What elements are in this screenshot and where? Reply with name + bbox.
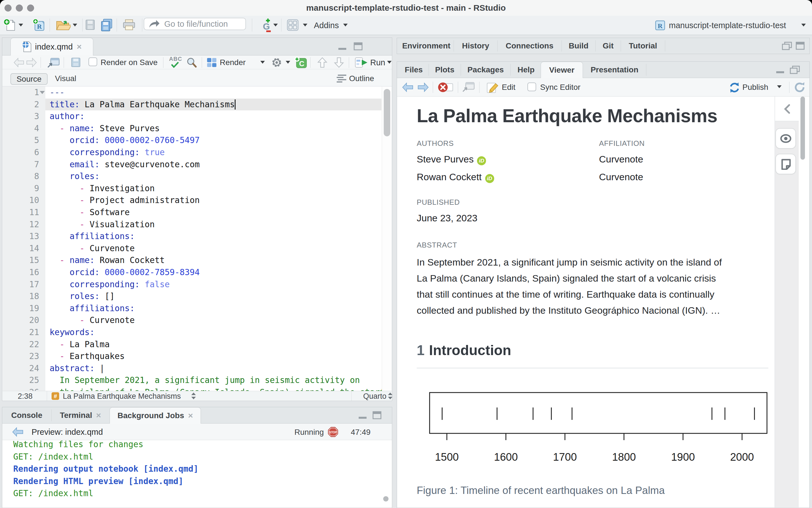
mode-selector-arrows-icon[interactable] <box>388 392 393 399</box>
annotations-button[interactable] <box>775 154 796 174</box>
close-tab-icon[interactable]: × <box>77 42 82 51</box>
run-previous-icon[interactable] <box>317 57 327 68</box>
tab-index-qmd[interactable]: index.qmd × <box>10 38 93 55</box>
maximize-pane-icon[interactable] <box>372 411 382 420</box>
tab-help[interactable]: Help <box>511 62 541 78</box>
code-line[interactable]: - Project administration <box>45 194 381 206</box>
gear-icon[interactable] <box>271 57 282 68</box>
publish-dropdown[interactable] <box>777 85 781 88</box>
print-icon[interactable] <box>123 19 135 31</box>
editor-scrollbar[interactable] <box>382 86 392 391</box>
viewer-scrollbar-thumb[interactable] <box>801 96 805 160</box>
addins-dropdown[interactable] <box>343 24 348 27</box>
maximize-pane-icon[interactable] <box>796 42 805 50</box>
back-icon[interactable] <box>402 83 414 92</box>
viewer-scrollbar[interactable] <box>799 96 809 507</box>
code-line[interactable]: affiliations: <box>45 302 381 314</box>
stop-job-icon[interactable]: STOP <box>328 427 338 437</box>
run-button[interactable]: Run <box>370 58 385 67</box>
sync-editor-checkbox[interactable] <box>527 83 536 91</box>
run-next-icon[interactable] <box>334 57 344 68</box>
back-icon[interactable] <box>13 58 25 67</box>
forward-icon[interactable] <box>417 83 429 92</box>
tab-connections[interactable]: Connections <box>497 38 562 54</box>
minimize-pane-icon[interactable] <box>338 42 348 51</box>
spellcheck-icon[interactable]: ABC <box>169 56 182 68</box>
code-line[interactable]: - name: Steve Purves <box>45 123 381 135</box>
source-mode-button[interactable]: Source <box>10 73 48 85</box>
panes-layout-dropdown[interactable] <box>303 24 308 27</box>
orcid-icon[interactable]: iD <box>485 174 494 183</box>
section-selector-arrows-icon[interactable] <box>191 392 196 399</box>
minimize-pane-icon[interactable] <box>358 411 368 420</box>
run-icon[interactable] <box>355 57 369 68</box>
code-line[interactable]: - La Palma <box>45 338 381 350</box>
tab-history[interactable]: History <box>454 38 497 54</box>
tab-environment[interactable]: Environment <box>399 38 454 54</box>
visual-mode-button[interactable]: Visual <box>55 74 76 83</box>
file-mode-selector[interactable]: Quarto <box>363 392 387 401</box>
project-menu-button[interactable]: manuscript-template-rstudio-test <box>669 21 786 30</box>
close-tab-icon[interactable]: × <box>188 411 193 420</box>
outline-button[interactable]: Outline <box>349 74 374 83</box>
version-control-icon[interactable]: G <box>260 18 273 32</box>
open-new-window-icon[interactable] <box>462 82 475 92</box>
tab-plots[interactable]: Plots <box>429 62 461 78</box>
tab-git[interactable]: Git <box>596 38 621 54</box>
new-file-icon[interactable] <box>3 18 16 32</box>
render-dropdown[interactable] <box>260 61 265 64</box>
back-icon[interactable] <box>12 427 24 437</box>
code-line[interactable]: - Earthquakes <box>45 350 381 363</box>
tab-tutorial[interactable]: Tutorial <box>621 38 665 54</box>
save-icon[interactable] <box>86 20 95 31</box>
publish-button[interactable]: Publish <box>742 83 768 92</box>
editor-scrollbar-thumb[interactable] <box>384 89 390 136</box>
code-line[interactable]: - Software <box>45 206 381 218</box>
fold-arrow-icon[interactable] <box>40 91 45 94</box>
project-dropdown[interactable] <box>801 24 806 27</box>
open-recent-dropdown[interactable] <box>73 24 77 27</box>
code-line[interactable]: keywords: <box>45 326 381 338</box>
code-line[interactable]: affiliations: <box>45 230 381 243</box>
addins-button[interactable]: Addins <box>314 21 339 30</box>
code-line[interactable]: orcid: 0000-0002-0760-5497 <box>45 134 381 146</box>
find-replace-icon[interactable] <box>186 57 197 68</box>
forward-icon[interactable] <box>26 58 37 67</box>
new-project-icon[interactable]: R <box>33 18 46 32</box>
new-file-dropdown[interactable] <box>18 24 23 27</box>
code-line[interactable]: corresponding: false <box>45 279 381 291</box>
goto-file-function-input[interactable]: Go to file/function <box>144 18 246 30</box>
code-line[interactable]: the island of La Palma (Canary Islands, … <box>45 386 381 391</box>
open-file-icon[interactable] <box>55 18 71 32</box>
minimize-pane-icon[interactable] <box>776 66 785 74</box>
refresh-icon[interactable] <box>794 81 806 93</box>
gear-dropdown[interactable] <box>286 61 290 64</box>
tab-console[interactable]: Console <box>2 407 51 424</box>
code-line[interactable]: --- <box>45 86 381 98</box>
code-line[interactable]: title: La Palma Earthquake Mechanisms <box>45 98 381 111</box>
code-line[interactable]: - Investigation <box>45 182 381 195</box>
code-line[interactable]: corresponding: true <box>45 146 381 159</box>
code-line[interactable]: roles: <box>45 170 381 182</box>
console-scrollbar-thumb[interactable] <box>383 496 389 502</box>
restore-pane-icon[interactable] <box>782 42 791 50</box>
code-line[interactable]: email: steve@curvenote.com <box>45 159 381 171</box>
save-all-icon[interactable] <box>101 18 113 32</box>
close-tab-icon[interactable]: × <box>96 411 101 420</box>
code-editor[interactable]: 1234567891011121314151617181920212223242… <box>3 86 392 391</box>
orcid-icon[interactable]: iD <box>477 156 486 165</box>
code-line[interactable]: - Curvenote <box>45 243 381 255</box>
code-line[interactable]: author: <box>45 111 381 123</box>
code-line[interactable]: roles: [] <box>45 290 381 302</box>
save-icon[interactable] <box>71 58 80 67</box>
code-line[interactable]: orcid: 0000-0002-7859-8394 <box>45 266 381 279</box>
code-line[interactable]: - Visualization <box>45 218 381 230</box>
panes-layout-icon[interactable] <box>287 19 299 31</box>
restore-pane-icon[interactable] <box>790 66 799 74</box>
code-line[interactable]: - name: Rowan Cockett <box>45 254 381 266</box>
run-dropdown[interactable] <box>387 61 392 64</box>
tab-files[interactable]: Files <box>399 62 429 78</box>
render-on-save-checkbox[interactable] <box>88 57 97 66</box>
tab-build[interactable]: Build <box>562 38 595 54</box>
tab-background-jobs[interactable]: Background Jobs× <box>110 407 201 424</box>
